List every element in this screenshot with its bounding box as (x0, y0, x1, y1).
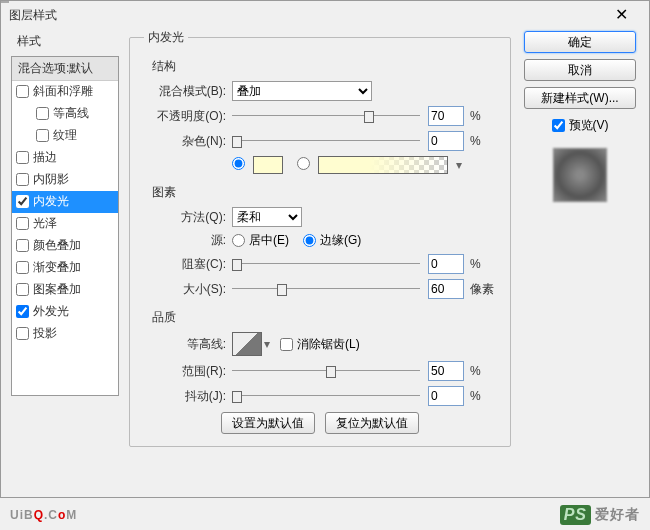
style-label: 颜色叠加 (33, 237, 81, 254)
style-checkbox[interactable] (36, 107, 49, 120)
style-checkbox[interactable] (16, 261, 29, 274)
gradient-swatch[interactable] (318, 156, 448, 174)
style-checkbox[interactable] (16, 217, 29, 230)
jitter-input[interactable] (428, 386, 464, 406)
style-item-1[interactable]: 等高线 (12, 103, 118, 125)
style-label: 等高线 (53, 105, 89, 122)
blending-options-row[interactable]: 混合选项:默认 (12, 57, 118, 81)
color-swatch[interactable] (253, 156, 283, 174)
noise-input[interactable] (428, 131, 464, 151)
options-panel: 内发光 结构 混合模式(B): 叠加 不透明度(O): % 杂色(N): (119, 29, 521, 485)
structure-section: 结构 混合模式(B): 叠加 不透明度(O): % 杂色(N): % (144, 58, 496, 174)
gradient-dropdown-icon[interactable]: ▾ (456, 158, 462, 172)
range-input[interactable] (428, 361, 464, 381)
style-checkbox[interactable] (16, 327, 29, 340)
ok-button[interactable]: 确定 (524, 31, 636, 53)
watermark: UiBQ.CoM PS爱好者 (0, 500, 650, 530)
style-item-3[interactable]: 描边 (12, 147, 118, 169)
actions-panel: 确定 取消 新建样式(W)... 预览(V) (521, 29, 639, 485)
structure-title: 结构 (152, 58, 496, 75)
style-label: 斜面和浮雕 (33, 83, 93, 100)
style-label: 渐变叠加 (33, 259, 81, 276)
source-label: 源: (144, 232, 232, 249)
contour-dropdown-icon[interactable]: ▾ (264, 337, 270, 351)
reset-default-button[interactable]: 复位为默认值 (325, 412, 419, 434)
style-item-9[interactable]: 图案叠加 (12, 279, 118, 301)
style-checkbox[interactable] (16, 85, 29, 98)
method-label: 方法(Q): (144, 209, 232, 226)
choke-slider[interactable] (232, 257, 420, 271)
layer-style-dialog: 图层样式 ✕ 样式 混合选项:默认 斜面和浮雕等高线纹理描边内阴影内发光光泽颜色… (0, 0, 650, 498)
jitter-slider[interactable] (232, 389, 420, 403)
style-label: 图案叠加 (33, 281, 81, 298)
source-center-radio[interactable]: 居中(E) (232, 232, 289, 249)
inner-glow-group: 内发光 结构 混合模式(B): 叠加 不透明度(O): % 杂色(N): (129, 29, 511, 447)
opacity-input[interactable] (428, 106, 464, 126)
gradient-radio[interactable] (297, 157, 312, 173)
noise-slider[interactable] (232, 134, 420, 148)
elements-section: 图素 方法(Q): 柔和 源: 居中(E) 边缘(G) 阻塞(C): % (144, 184, 496, 299)
elements-title: 图素 (152, 184, 496, 201)
style-item-10[interactable]: 外发光 (12, 301, 118, 323)
color-radio[interactable] (232, 157, 247, 173)
style-item-2[interactable]: 纹理 (12, 125, 118, 147)
style-item-8[interactable]: 渐变叠加 (12, 257, 118, 279)
style-label: 描边 (33, 149, 57, 166)
contour-picker[interactable] (232, 332, 262, 356)
style-item-0[interactable]: 斜面和浮雕 (12, 81, 118, 103)
style-item-6[interactable]: 光泽 (12, 213, 118, 235)
anti-alias-checkbox[interactable]: 消除锯齿(L) (280, 336, 360, 353)
styles-header: 样式 (11, 29, 119, 54)
title-bar: 图层样式 ✕ (1, 1, 649, 29)
make-default-button[interactable]: 设置为默认值 (221, 412, 315, 434)
cancel-button[interactable]: 取消 (524, 59, 636, 81)
styles-panel: 样式 混合选项:默认 斜面和浮雕等高线纹理描边内阴影内发光光泽颜色叠加渐变叠加图… (11, 29, 119, 485)
style-item-7[interactable]: 颜色叠加 (12, 235, 118, 257)
style-item-4[interactable]: 内阴影 (12, 169, 118, 191)
blend-mode-select[interactable]: 叠加 (232, 81, 372, 101)
style-label: 内阴影 (33, 171, 69, 188)
style-checkbox[interactable] (16, 151, 29, 164)
style-item-5[interactable]: 内发光 (12, 191, 118, 213)
style-checkbox[interactable] (16, 283, 29, 296)
window-title: 图层样式 (9, 7, 601, 24)
source-edge-radio[interactable]: 边缘(G) (303, 232, 361, 249)
style-checkbox[interactable] (36, 129, 49, 142)
style-checkbox[interactable] (16, 173, 29, 186)
style-checkbox[interactable] (16, 195, 29, 208)
style-label: 投影 (33, 325, 57, 342)
new-style-button[interactable]: 新建样式(W)... (524, 87, 636, 109)
jitter-unit: % (470, 389, 496, 403)
method-select[interactable]: 柔和 (232, 207, 302, 227)
style-checkbox[interactable] (16, 239, 29, 252)
inner-glow-legend: 内发光 (144, 29, 188, 46)
range-slider[interactable] (232, 364, 420, 378)
noise-unit: % (470, 134, 496, 148)
opacity-slider[interactable] (232, 109, 420, 123)
style-label: 纹理 (53, 127, 77, 144)
opacity-label: 不透明度(O): (144, 108, 232, 125)
style-item-11[interactable]: 投影 (12, 323, 118, 345)
style-checkbox[interactable] (16, 305, 29, 318)
choke-label: 阻塞(C): (144, 256, 232, 273)
range-label: 范围(R): (144, 363, 232, 380)
range-unit: % (470, 364, 496, 378)
size-unit: 像素 (470, 281, 496, 298)
preview-checkbox[interactable]: 预览(V) (552, 117, 609, 134)
blend-mode-label: 混合模式(B): (144, 83, 232, 100)
quality-title: 品质 (152, 309, 496, 326)
close-icon[interactable]: ✕ (601, 1, 641, 29)
size-input[interactable] (428, 279, 464, 299)
style-label: 外发光 (33, 303, 69, 320)
styles-list: 混合选项:默认 斜面和浮雕等高线纹理描边内阴影内发光光泽颜色叠加渐变叠加图案叠加… (11, 56, 119, 396)
style-label: 光泽 (33, 215, 57, 232)
style-label: 内发光 (33, 193, 69, 210)
noise-label: 杂色(N): (144, 133, 232, 150)
contour-label: 等高线: (144, 336, 232, 353)
jitter-label: 抖动(J): (144, 388, 232, 405)
quality-section: 品质 等高线: ▾ 消除锯齿(L) 范围(R): % 抖动(J): (144, 309, 496, 406)
choke-unit: % (470, 257, 496, 271)
choke-input[interactable] (428, 254, 464, 274)
size-label: 大小(S): (144, 281, 232, 298)
size-slider[interactable] (232, 282, 420, 296)
